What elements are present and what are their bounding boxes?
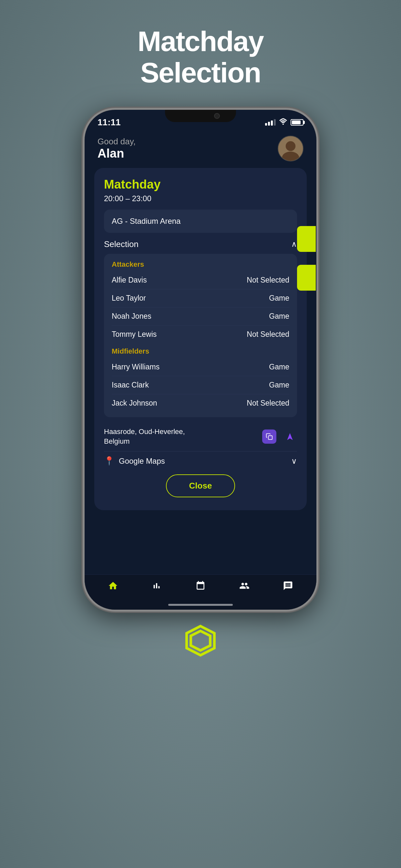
nav-item-calendar[interactable] [189, 578, 212, 593]
maps-left: 📍 Google Maps [104, 456, 165, 466]
table-row: Harry Williams Game [112, 360, 289, 375]
table-row: Tommy Lewis Not Selected [112, 327, 289, 342]
scroll-content: Matchday 20:00 – 23:00 AG - Stadium Aren… [85, 165, 316, 575]
close-button[interactable]: Close [166, 474, 235, 497]
svg-rect-4 [268, 436, 272, 440]
svg-marker-6 [191, 631, 210, 650]
location-actions [262, 430, 297, 444]
maps-row[interactable]: 📍 Google Maps ∨ [104, 451, 297, 468]
matchday-card: Matchday 20:00 – 23:00 AG - Stadium Aren… [94, 168, 307, 510]
maps-chevron-icon: ∨ [291, 457, 297, 466]
player-name: Alfie Davis [112, 276, 147, 284]
table-row: Jack Johnson Not Selected [112, 396, 289, 411]
greeting-text: Good day, [97, 136, 135, 147]
player-status: Not Selected [247, 399, 289, 407]
home-indicator [85, 600, 316, 610]
page-title: Matchday Selection [137, 26, 264, 89]
bottom-nav [85, 575, 316, 600]
close-button-container: Close [104, 474, 297, 497]
map-pin-icon: 📍 [104, 456, 114, 466]
nav-item-home[interactable] [101, 578, 125, 593]
nav-item-team[interactable] [233, 578, 256, 593]
signal-icon [265, 119, 276, 126]
attackers-label: Attackers [112, 260, 289, 269]
app-logo [184, 624, 217, 663]
status-time: 11:11 [97, 117, 121, 128]
player-name: Tommy Lewis [112, 330, 157, 339]
phone-screen: 11:11 [85, 110, 316, 610]
table-row: Alfie Davis Not Selected [112, 273, 289, 288]
battery-icon [290, 119, 304, 126]
chevron-up-icon: ∧ [291, 240, 297, 249]
player-status: Game [269, 381, 289, 390]
player-name: Harry Williams [112, 363, 159, 371]
player-name: Leo Taylor [112, 294, 146, 303]
player-status: Not Selected [247, 330, 289, 339]
midfielders-label: Midfielders [112, 347, 289, 355]
nav-item-stats[interactable] [145, 578, 168, 593]
user-name: Alan [97, 147, 135, 160]
card-time: 20:00 – 23:00 [104, 194, 297, 203]
selection-header[interactable]: Selection ∧ [104, 239, 297, 249]
selection-label: Selection [104, 239, 138, 249]
copy-icon[interactable] [262, 430, 276, 444]
card-title: Matchday [104, 178, 297, 191]
wifi-icon [279, 118, 287, 127]
svg-point-2 [286, 141, 296, 151]
navigation-icon[interactable] [283, 430, 297, 444]
home-bar [168, 604, 233, 606]
player-name: Jack Johnson [112, 399, 157, 407]
notch [165, 110, 236, 122]
player-name: Noah Jones [112, 312, 151, 321]
location-text: Haasrode, Oud-Heverlee,Belgium [104, 427, 185, 447]
table-row: Isaac Clark Game [112, 377, 289, 393]
player-status: Game [269, 312, 289, 321]
player-name: Isaac Clark [112, 381, 149, 390]
maps-label: Google Maps [119, 457, 165, 466]
player-status: Not Selected [247, 276, 289, 284]
svg-point-0 [282, 123, 284, 125]
status-icons [265, 118, 304, 127]
phone-frame: 11:11 [83, 108, 318, 612]
location-section: Haasrode, Oud-Heverlee,Belgium [104, 424, 297, 452]
player-status: Game [269, 294, 289, 303]
table-row: Noah Jones Game [112, 309, 289, 324]
table-row: Leo Taylor Game [112, 290, 289, 306]
avatar[interactable] [278, 135, 304, 161]
notch-camera [214, 113, 220, 119]
nav-item-chat[interactable] [276, 578, 300, 593]
venue-name: AG - Stadium Arena [112, 217, 289, 226]
player-status: Game [269, 363, 289, 371]
venue-box: AG - Stadium Arena [104, 210, 297, 233]
players-box: Attackers Alfie Davis Not Selected Leo T… [104, 254, 297, 417]
app-header: Good day, Alan [85, 129, 316, 165]
